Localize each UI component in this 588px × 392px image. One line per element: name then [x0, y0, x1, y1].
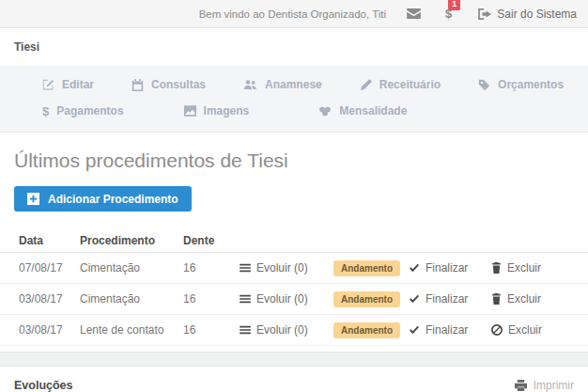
section-divider [0, 352, 588, 367]
print-label: Imprimir [534, 379, 574, 392]
status-badge: Andamento [333, 291, 400, 307]
tag-icon [478, 79, 490, 91]
patient-name: Tiesi [14, 40, 39, 54]
evolve-link[interactable]: Evoluir (0) [240, 261, 333, 274]
finalize-label: Finalizar [426, 261, 468, 274]
status-badge: Andamento [333, 322, 400, 338]
calendar-icon [132, 79, 144, 91]
tab-label: Pagamentos [56, 104, 123, 118]
logout-button[interactable]: Sair do Sistema [478, 8, 577, 21]
tab-pagamentos[interactable]: $ Pagamentos [28, 98, 138, 124]
tab-label: Consultas [151, 78, 206, 91]
tab-label: Mensalidade [339, 104, 407, 118]
table-header-row: Data Procedimento Dente [0, 229, 588, 253]
delete-label: Excluir [507, 261, 541, 274]
cell-date: 03/08/17 [19, 292, 80, 306]
procedures-panel: Últimos procedimentos de Tiesi Adicionar… [0, 149, 588, 392]
finalize-link[interactable]: Finalizar [409, 292, 491, 306]
tab-row-1: Editar Consultas Anamnese Receituário Or… [28, 71, 588, 98]
pencil-icon [360, 79, 372, 91]
page-title: Últimos procedimentos de Tiesi [14, 149, 588, 172]
evolve-label: Evoluir (0) [256, 323, 308, 337]
delete-link[interactable]: Excluir [491, 292, 588, 306]
billing-button[interactable]: $ 1 [445, 7, 452, 21]
tab-label: Orçamentos [498, 78, 564, 91]
procedures-table: Data Procedimento Dente 07/08/17 Cimenta… [0, 229, 588, 346]
tab-consultas[interactable]: Consultas [117, 71, 220, 98]
col-header-data: Data [19, 234, 80, 247]
tab-anamnese[interactable]: Anamnese [229, 71, 336, 98]
finalize-label: Finalizar [426, 323, 468, 337]
welcome-text: Bem vindo ao Dentista Organizado, Titi [199, 8, 386, 20]
messages-button[interactable] [407, 8, 421, 19]
plus-square-icon [27, 193, 39, 205]
table-row: 03/08/17 Cimentação 16 Evoluir (0) Andam… [0, 284, 588, 315]
tab-label: Imagens [204, 104, 250, 118]
tab-orcamentos[interactable]: Orçamentos [464, 71, 578, 98]
table-row: 03/08/17 Lente de contato 16 Evoluir (0)… [0, 315, 588, 346]
delete-link[interactable]: Excluir [491, 261, 588, 274]
ban-icon [491, 324, 503, 336]
evolve-link[interactable]: Evoluir (0) [240, 323, 333, 337]
evolutions-title: Evoluções [14, 379, 73, 392]
list-icon [240, 325, 251, 335]
tab-label: Receituário [379, 78, 441, 91]
tab-editar[interactable]: Editar [28, 71, 108, 98]
finalize-link[interactable]: Finalizar [409, 261, 491, 274]
delete-link[interactable]: Excluir [491, 323, 588, 337]
list-icon [240, 263, 251, 273]
check-icon [409, 325, 420, 335]
cell-tooth: 16 [183, 261, 240, 274]
tab-label: Anamnese [265, 78, 322, 91]
edit-icon [42, 79, 54, 91]
print-button[interactable]: Imprimir [515, 379, 574, 392]
cell-procedure: Lente de contato [80, 323, 183, 337]
list-icon [240, 294, 251, 304]
cell-tooth: 16 [183, 292, 240, 306]
tab-row-2: $ Pagamentos Imagens Mensalidade [28, 98, 588, 124]
cell-date: 07/08/17 [19, 261, 80, 274]
delete-label: Excluir [507, 292, 541, 306]
tab-label: Editar [62, 78, 94, 91]
cell-tooth: 16 [183, 323, 240, 337]
topbar: Bem vindo ao Dentista Organizado, Titi $… [0, 0, 588, 28]
evolve-link[interactable]: Evoluir (0) [240, 292, 333, 306]
notification-badge: 1 [448, 0, 460, 10]
image-icon [184, 105, 196, 117]
delete-label: Excluir [508, 323, 542, 337]
check-icon [409, 263, 420, 273]
sign-out-icon [478, 8, 491, 20]
evolve-label: Evoluir (0) [256, 292, 308, 306]
users-icon [243, 79, 257, 90]
trash-icon [491, 262, 502, 274]
logout-label: Sair do Sistema [497, 8, 577, 21]
patient-name-bar: Tiesi [0, 28, 588, 66]
finalize-link[interactable]: Finalizar [409, 323, 491, 337]
tab-imagens[interactable]: Imagens [170, 98, 264, 124]
evolve-label: Evoluir (0) [256, 261, 308, 274]
tab-receituario[interactable]: Receituário [346, 71, 455, 98]
table-row: 07/08/17 Cimentação 16 Evoluir (0) Andam… [0, 253, 588, 284]
finalize-label: Finalizar [426, 292, 468, 306]
cell-date: 03/08/17 [19, 323, 80, 337]
col-header-procedimento: Procedimento [80, 234, 183, 247]
tab-mensalidade[interactable]: Mensalidade [304, 98, 421, 124]
coins-icon [318, 106, 332, 117]
col-header-dente: Dente [183, 234, 240, 247]
trash-icon [491, 293, 502, 305]
add-procedure-label: Adicionar Procedimento [48, 193, 178, 206]
envelope-icon [407, 8, 421, 19]
patient-tabs: Editar Consultas Anamnese Receituário Or… [0, 66, 588, 133]
cell-procedure: Cimentação [80, 261, 183, 274]
dollar-icon: $ [42, 104, 49, 118]
evolutions-section-header: Evoluções Imprimir [0, 367, 588, 392]
check-icon [409, 294, 420, 304]
cell-procedure: Cimentação [80, 292, 183, 306]
add-procedure-button[interactable]: Adicionar Procedimento [14, 186, 192, 212]
printer-icon [515, 380, 527, 391]
status-badge: Andamento [333, 260, 400, 276]
